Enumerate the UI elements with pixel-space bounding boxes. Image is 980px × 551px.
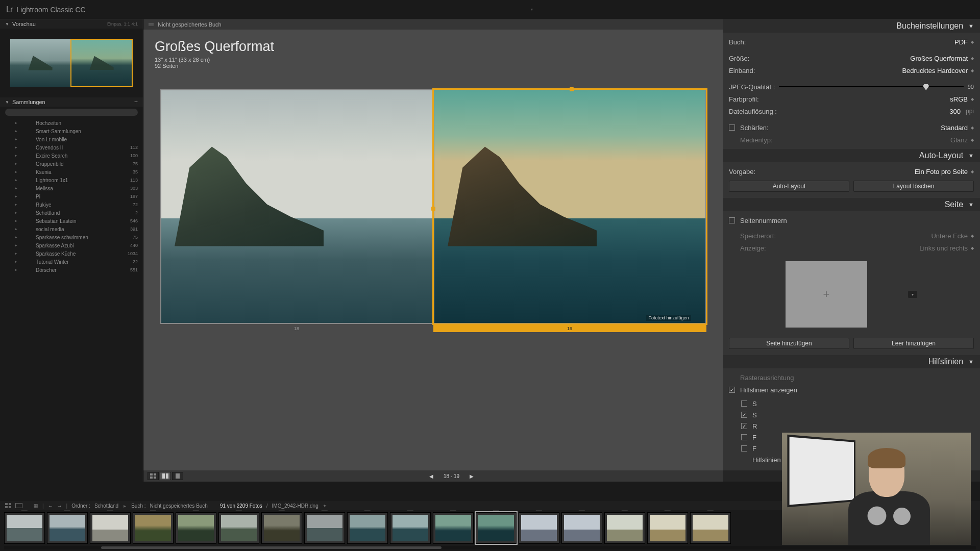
row-jpeg-quality[interactable]: JPEG-Qualität : 90 <box>729 81 974 93</box>
row-preset[interactable]: Vorgabe:Ein Foto pro Seite◆ <box>729 165 974 178</box>
secondary-monitor-icon[interactable] <box>15 503 22 508</box>
filmstrip-scrollbar[interactable] <box>4 546 976 549</box>
filmstrip-thumb[interactable] <box>133 512 174 544</box>
nav-back-icon[interactable]: ← <box>48 503 53 509</box>
collection-item[interactable]: ▸Sparkasse Küche1034 <box>0 249 143 258</box>
clear-layout-button[interactable]: Layout löschen <box>853 181 974 192</box>
collection-item[interactable]: ▸Sebastian Lastein546 <box>0 217 143 225</box>
chevron-down-icon: ▼ <box>968 359 974 365</box>
view-single-button[interactable] <box>172 472 183 480</box>
collection-item[interactable]: ▸Dörscher551 <box>0 266 143 274</box>
guide-sub-row[interactable]: R <box>741 420 974 432</box>
filmstrip-thumb[interactable] <box>47 512 88 544</box>
svg-rect-6 <box>176 473 180 479</box>
filmstrip-thumb[interactable] <box>218 512 259 544</box>
drag-handle-icon[interactable] <box>149 23 154 26</box>
slider-knob-icon[interactable] <box>923 84 929 90</box>
breadcrumb-book-value[interactable]: Nicht gespeichertes Buch <box>150 503 208 509</box>
collection-item[interactable]: ▸Schottland2 <box>0 209 143 217</box>
guides-panel-header[interactable]: Hilfslinien ▼ <box>723 355 980 368</box>
collection-item[interactable]: ▸Gruppenbild75 <box>0 160 143 168</box>
collection-item[interactable]: ▸Hochzeiten <box>0 119 143 127</box>
filmstrip-thumb[interactable] <box>519 512 559 544</box>
filmstrip-thumb[interactable] <box>476 512 517 544</box>
filmstrip-thumb[interactable] <box>390 512 431 544</box>
filmstrip-thumb[interactable] <box>690 512 731 544</box>
collection-item[interactable]: ▸Pi187 <box>0 192 143 201</box>
jpeg-quality-value[interactable]: 90 <box>968 84 974 90</box>
preview-zoom-options[interactable]: Einpas. 1:1 4:1 <box>107 21 138 27</box>
collection-item[interactable]: ▸Tutorial Winter22 <box>0 258 143 266</box>
filmstrip-thumb[interactable] <box>433 512 474 544</box>
jpeg-quality-slider[interactable] <box>779 86 963 87</box>
filmstrip-thumb[interactable] <box>561 512 602 544</box>
collection-item[interactable]: ▸Melissa303 <box>0 184 143 192</box>
filmstrip-thumb[interactable] <box>90 512 131 544</box>
add-caption-hint[interactable]: Fototext hinzufügen <box>646 315 691 321</box>
collections-panel-header[interactable]: ▼ Sammlungen + <box>0 97 143 107</box>
page-panel-header[interactable]: Seite ▼ <box>723 198 980 211</box>
filmstrip-thumb[interactable] <box>304 512 345 544</box>
row-size[interactable]: Größe:Großes Querformat◆ <box>729 52 974 64</box>
add-collection-icon[interactable]: + <box>134 98 138 106</box>
add-page-button[interactable]: Seite hinzufügen <box>729 338 849 349</box>
chevron-down-icon: ▼ <box>5 22 9 27</box>
resize-handle-icon[interactable] <box>570 87 574 91</box>
collection-item[interactable]: ▸Smart-Sammlungen <box>0 127 143 135</box>
sharpen-checkbox[interactable] <box>729 124 735 131</box>
auto-layout-header[interactable]: Auto-Layout ▼ <box>723 149 980 162</box>
next-page-button[interactable]: ▶ <box>467 473 477 479</box>
collection-item[interactable]: ▸social media391 <box>0 225 143 233</box>
jpeg-quality-label: JPEG-Qualität : <box>729 83 775 91</box>
grid-icon[interactable] <box>5 503 11 508</box>
filmstrip-thumb[interactable] <box>604 512 645 544</box>
view-grid-button[interactable] <box>148 472 159 480</box>
svg-rect-3 <box>154 477 156 479</box>
collection-item[interactable]: ▸Rukiye72 <box>0 201 143 209</box>
preview-body <box>0 29 143 97</box>
top-panel-handle[interactable] <box>524 8 540 11</box>
add-blank-page-button[interactable]: Leer hinzufügen <box>853 338 974 349</box>
row-book[interactable]: Buch:PDF◆ <box>729 36 974 48</box>
row-color-profile[interactable]: Farbprofil:sRGB◆ <box>729 93 974 105</box>
page-right-selected[interactable]: Fototext hinzufügen 19 <box>433 89 706 324</box>
auto-layout-button[interactable]: Auto-Layout <box>729 181 849 192</box>
filmstrip-thumb[interactable] <box>347 512 388 544</box>
collection-item[interactable]: ▸Excire Search100 <box>0 152 143 160</box>
preview-spread-thumb[interactable] <box>10 39 133 87</box>
collection-item[interactable]: ▸Covendos II112 <box>0 143 143 152</box>
auto-layout-body: Vorgabe:Ein Foto pro Seite◆ Auto-Layout … <box>723 162 980 198</box>
page-template-dropdown[interactable]: ▾ <box>908 291 917 298</box>
guide-sub-row[interactable]: S <box>741 409 974 420</box>
page-template-placeholder[interactable]: + <box>786 261 867 328</box>
guide-sub-row[interactable]: S <box>741 398 974 409</box>
book-page-count: 92 Seiten <box>155 63 712 69</box>
collection-item[interactable]: ▸Sparkasse Azubi440 <box>0 241 143 249</box>
collection-item[interactable]: ▸Ksenia35 <box>0 168 143 176</box>
book-settings-header[interactable]: Bucheinstellungen ▼ <box>723 19 980 33</box>
star-icon[interactable]: ✦ <box>323 503 327 509</box>
row-sharpen[interactable]: Schärfen:Standard◆ <box>729 121 974 134</box>
page-left[interactable]: 18 <box>160 89 433 324</box>
collection-item[interactable]: ▸Lightroom 1x1113 <box>0 176 143 184</box>
row-resolution[interactable]: Dateiauflösung :300ppi <box>729 105 974 117</box>
preview-panel-header[interactable]: ▼ Vorschau Einpas. 1:1 4:1 <box>0 19 143 29</box>
filmstrip-thumb[interactable] <box>176 512 216 544</box>
filmstrip-thumb[interactable] <box>261 512 302 544</box>
resize-handle-icon[interactable] <box>431 207 435 211</box>
collection-item[interactable]: ▸Von Lr mobile <box>0 135 143 143</box>
prev-page-button[interactable]: ◀ <box>426 473 436 479</box>
filmstrip-thumb[interactable] <box>647 512 688 544</box>
nav-fwd-icon[interactable]: → <box>57 503 62 509</box>
view-spread-button[interactable] <box>160 472 171 480</box>
show-guides-checkbox[interactable] <box>729 387 735 393</box>
filmstrip-thumb[interactable] <box>4 512 45 544</box>
page-numbers-checkbox[interactable] <box>729 217 735 223</box>
collection-item[interactable]: ▸Sparkasse schwimmen75 <box>0 233 143 241</box>
collections-filter-input[interactable] <box>5 109 138 116</box>
breadcrumb-folder-value[interactable]: Schottland <box>94 503 118 509</box>
row-page-numbers[interactable]: Seitennummern <box>729 214 974 227</box>
row-show-guides[interactable]: Hilfslinien anzeigen <box>729 384 974 396</box>
row-cover[interactable]: Einband:Bedrucktes Hardcover◆ <box>729 64 974 77</box>
grid-small-icon[interactable]: ▦ <box>34 503 38 508</box>
